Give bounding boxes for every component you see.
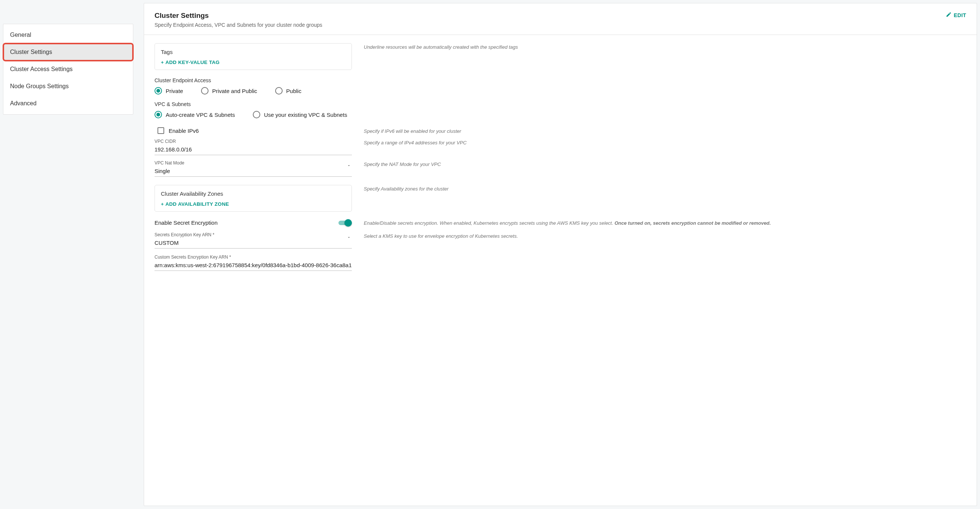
sidebar-item-cluster-settings[interactable]: Cluster Settings <box>3 44 133 61</box>
vpc-cidr-help: Specify a range of IPv4 addresses for yo… <box>364 139 966 156</box>
sidebar-item-general[interactable]: General <box>3 26 133 44</box>
tags-help: Underline resources will be automaticall… <box>364 43 966 70</box>
vpc-cidr-input[interactable] <box>154 145 352 155</box>
endpoint-radio-private[interactable]: Private <box>154 87 183 95</box>
vpc-nat-help: Specify the NAT Mode for your VPC <box>364 160 966 178</box>
ipv6-checkbox[interactable]: Enable IPv6 <box>154 127 352 134</box>
kms-arn-help: Select a KMS key to use for envelope enc… <box>364 232 966 249</box>
vpc-radio-existing[interactable]: Use your existing VPC & Subnets <box>253 111 347 118</box>
plus-icon: + <box>161 60 164 65</box>
availability-zones-box: Cluster Availability Zones + ADD AVAILAB… <box>154 185 352 212</box>
tags-title: Tags <box>161 49 345 55</box>
vpc-radio-auto-label: Auto-create VPC & Subnets <box>166 112 235 118</box>
kms-arn-select[interactable] <box>154 238 352 249</box>
secret-encryption-label: Enable Secret Encryption <box>154 219 218 226</box>
checkbox-icon <box>158 127 164 134</box>
vpc-subnets-radios: Auto-create VPC & Subnets Use your exist… <box>154 111 393 118</box>
sidebar-item-cluster-access-settings[interactable]: Cluster Access Settings <box>3 61 133 78</box>
add-tag-label: ADD KEY-VALUE TAG <box>165 60 220 65</box>
tags-box: Tags + ADD KEY-VALUE TAG <box>154 43 352 70</box>
endpoint-access-label: Cluster Endpoint Access <box>154 78 352 83</box>
ipv6-help: Specify if IPv6 will be enabled for your… <box>364 127 966 135</box>
add-availability-zone-button[interactable]: + ADD AVAILABILITY ZONE <box>161 201 229 207</box>
settings-sidebar: General Cluster Settings Cluster Access … <box>3 24 133 506</box>
edit-button[interactable]: EDIT <box>946 11 967 19</box>
vpc-radio-existing-label: Use your existing VPC & Subnets <box>264 112 347 118</box>
vpc-nat-label: VPC Nat Mode <box>154 160 352 166</box>
sidebar-card: General Cluster Settings Cluster Access … <box>3 24 133 114</box>
custom-kms-arn-input[interactable] <box>154 260 352 271</box>
endpoint-radio-private-public[interactable]: Private and Public <box>201 87 257 95</box>
vpc-radio-auto[interactable]: Auto-create VPC & Subnets <box>154 111 235 118</box>
ipv6-label: Enable IPv6 <box>169 128 199 134</box>
sidebar-item-advanced[interactable]: Advanced <box>3 95 133 112</box>
edit-button-label: EDIT <box>954 12 967 18</box>
plus-icon: + <box>161 201 164 207</box>
vpc-cidr-label: VPC CIDR <box>154 139 352 144</box>
availability-zones-title: Cluster Availability Zones <box>161 190 345 197</box>
sidebar-item-node-groups-settings[interactable]: Node Groups Settings <box>3 78 133 95</box>
endpoint-radio-public-label: Public <box>286 88 302 94</box>
endpoint-access-radios: Private Private and Public Public <box>154 87 352 95</box>
secret-encryption-help: Enable/Disable secrets encryption. When … <box>364 219 966 227</box>
secret-encryption-toggle[interactable] <box>339 219 352 227</box>
add-availability-zone-label: ADD AVAILABILITY ZONE <box>165 201 229 207</box>
custom-kms-arn-label: Custom Secrets Encryption Key ARN * <box>154 255 352 260</box>
page-subtitle: Specify Endpoint Access, VPC and Subnets… <box>154 22 323 28</box>
pencil-icon <box>946 11 952 19</box>
availability-zones-help: Specify Availability zones for the clust… <box>364 185 966 212</box>
kms-arn-label: Secrets Encryption Key ARN * <box>154 232 352 237</box>
content-area: Tags + ADD KEY-VALUE TAG Underline resou… <box>144 35 977 272</box>
add-tag-button[interactable]: + ADD KEY-VALUE TAG <box>161 60 220 65</box>
vpc-subnets-label: VPC & Subnets <box>154 101 393 107</box>
vpc-nat-select[interactable] <box>154 166 352 177</box>
page-title: Cluster Settings <box>154 11 323 20</box>
endpoint-radio-private-label: Private <box>166 88 183 94</box>
main-panel: Cluster Settings Specify Endpoint Access… <box>144 3 977 506</box>
endpoint-radio-public[interactable]: Public <box>275 87 302 95</box>
endpoint-radio-private-public-label: Private and Public <box>212 88 257 94</box>
panel-header: Cluster Settings Specify Endpoint Access… <box>144 3 977 35</box>
